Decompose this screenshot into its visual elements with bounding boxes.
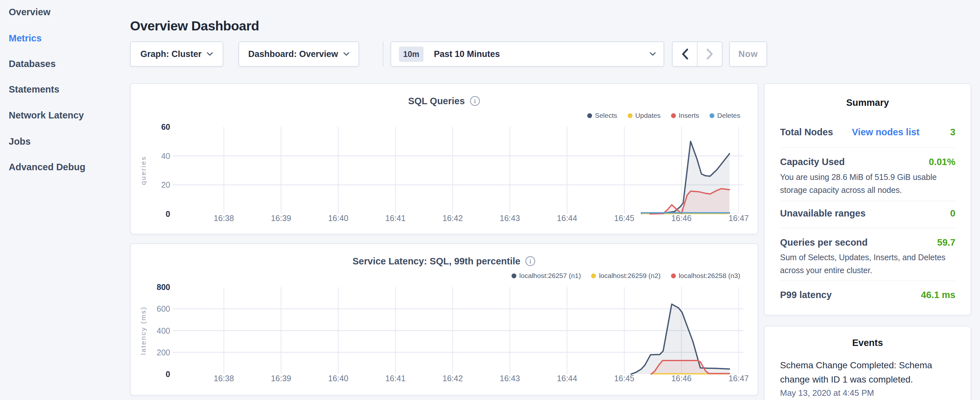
divider xyxy=(780,147,955,148)
divider xyxy=(780,280,955,281)
divider xyxy=(780,201,955,201)
event-timestamp: May 13, 2020 at 4:45 PM xyxy=(780,388,874,398)
svg-text:16:40: 16:40 xyxy=(328,214,348,223)
svg-text:0: 0 xyxy=(165,370,170,379)
time-window-label: Past 10 Minutes xyxy=(434,49,650,59)
svg-text:16:45: 16:45 xyxy=(614,214,635,223)
queries-per-second-label: Queries per second xyxy=(780,237,868,248)
p99-latency-value: 46.1 ms xyxy=(921,290,955,300)
graph-dropdown-label: Graph: Cluster xyxy=(140,49,202,59)
svg-text:16:46: 16:46 xyxy=(671,374,692,383)
dashboard-dropdown-label: Dashboard: Overview xyxy=(248,49,338,59)
chevron-down-icon xyxy=(343,52,349,56)
capacity-used-value: 0.01% xyxy=(929,157,955,167)
sidebar-item-statements[interactable]: Statements xyxy=(9,84,59,95)
prev-time-button[interactable] xyxy=(673,42,697,66)
svg-text:16:47: 16:47 xyxy=(729,374,749,383)
svg-text:16:45: 16:45 xyxy=(614,374,635,383)
p99-latency-label: P99 latency xyxy=(780,290,832,300)
next-time-button[interactable] xyxy=(697,42,722,66)
svg-text:16:39: 16:39 xyxy=(271,374,291,383)
svg-text:60: 60 xyxy=(161,122,170,131)
svg-text:16:44: 16:44 xyxy=(557,374,577,383)
svg-text:16:46: 16:46 xyxy=(671,214,692,223)
sidebar-item-databases[interactable]: Databases xyxy=(9,58,56,69)
unavailable-ranges-label: Unavailable ranges xyxy=(780,208,865,219)
svg-text:200: 200 xyxy=(157,348,170,357)
sql-queries-chart-card: SQL Queries i Selects Updates Inserts De… xyxy=(130,83,758,234)
svg-text:16:47: 16:47 xyxy=(729,214,749,223)
svg-text:400: 400 xyxy=(157,326,170,335)
svg-text:queries: queries xyxy=(140,156,147,185)
svg-text:16:38: 16:38 xyxy=(214,214,234,223)
queries-per-second-description: Sum of Selects, Updates, Inserts, and De… xyxy=(780,251,956,277)
total-nodes-label: Total Nodes xyxy=(780,127,833,137)
svg-text:40: 40 xyxy=(161,151,170,161)
time-range-selector[interactable]: 10m Past 10 Minutes xyxy=(390,41,664,67)
sidebar-item-overview[interactable]: Overview xyxy=(9,6,51,18)
total-nodes-value: 3 xyxy=(950,127,955,137)
summary-title: Summary xyxy=(765,97,970,108)
svg-text:600: 600 xyxy=(157,304,170,313)
sidebar-item-network-latency[interactable]: Network Latency xyxy=(9,110,84,121)
sidebar-item-advanced-debug[interactable]: Advanced Debug xyxy=(9,161,86,172)
metrics-page: Overview Metrics Databases Statements Ne… xyxy=(0,0,980,400)
capacity-used-label: Capacity Used xyxy=(780,157,845,167)
svg-text:16:38: 16:38 xyxy=(214,374,234,383)
view-nodes-list-link[interactable]: View nodes list xyxy=(852,127,920,137)
events-title: Events xyxy=(765,338,970,348)
service-latency-plot[interactable]: 16:3816:3916:4016:4116:4216:4316:4416:45… xyxy=(131,244,758,395)
page-title: Overview Dashboard xyxy=(130,18,259,33)
queries-per-second-value: 59.7 xyxy=(937,237,955,248)
events-panel: Events Schema Change Completed: Schema c… xyxy=(764,326,971,400)
svg-text:16:41: 16:41 xyxy=(385,374,406,383)
svg-text:16:42: 16:42 xyxy=(442,214,463,223)
service-latency-chart-card: Service Latency: SQL, 99th percentile i … xyxy=(130,243,758,395)
controls-divider xyxy=(383,41,383,67)
capacity-used-description: You are using 28.6 MiB of 515.9 GiB usab… xyxy=(780,171,956,196)
svg-text:16:41: 16:41 xyxy=(385,214,406,223)
svg-text:16:39: 16:39 xyxy=(271,214,291,223)
svg-text:16:44: 16:44 xyxy=(557,214,577,223)
svg-text:16:42: 16:42 xyxy=(442,374,463,383)
now-button[interactable]: Now xyxy=(729,41,767,67)
svg-text:0: 0 xyxy=(165,209,170,218)
chevron-down-icon xyxy=(650,52,656,56)
svg-text:16:40: 16:40 xyxy=(328,374,348,383)
event-message: Schema Change Completed: Schema change w… xyxy=(780,358,943,387)
chevron-left-icon xyxy=(681,49,689,59)
sidebar-item-jobs[interactable]: Jobs xyxy=(9,136,31,147)
time-step-buttons xyxy=(672,41,722,67)
chevron-down-icon xyxy=(207,52,213,56)
svg-text:latency (ms): latency (ms) xyxy=(140,306,147,355)
graph-dropdown[interactable]: Graph: Cluster xyxy=(130,41,223,67)
chevron-right-icon xyxy=(706,49,713,59)
svg-text:16:43: 16:43 xyxy=(500,214,520,223)
svg-text:800: 800 xyxy=(157,282,170,292)
svg-text:20: 20 xyxy=(161,180,170,189)
time-window-badge: 10m xyxy=(399,46,423,62)
dashboard-dropdown[interactable]: Dashboard: Overview xyxy=(239,41,359,67)
svg-text:16:43: 16:43 xyxy=(500,374,520,383)
summary-panel: Summary Total Nodes View nodes list 3 Ca… xyxy=(764,83,971,316)
unavailable-ranges-value: 0 xyxy=(950,208,955,219)
sidebar-item-metrics[interactable]: Metrics xyxy=(9,33,42,44)
sql-queries-plot[interactable]: 16:3816:3916:4016:4116:4216:4316:4416:45… xyxy=(131,84,758,234)
